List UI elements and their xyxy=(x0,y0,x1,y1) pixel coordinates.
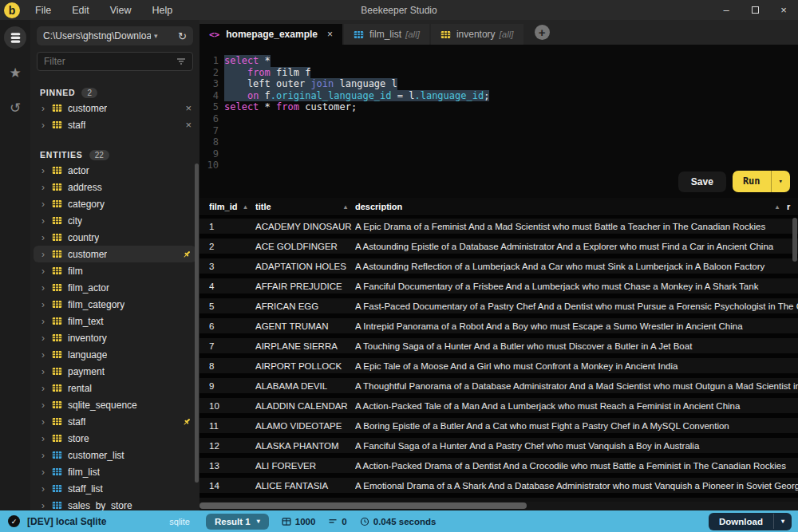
pinned-item-staff[interactable]: ›staff× xyxy=(30,116,200,133)
chevron-right-icon[interactable]: › xyxy=(41,249,52,260)
entity-item-city[interactable]: ›city xyxy=(30,212,200,229)
unpin-close-icon[interactable]: × xyxy=(185,119,192,131)
entity-item-film[interactable]: ›film xyxy=(30,262,200,279)
chevron-right-icon[interactable]: › xyxy=(41,165,52,176)
table-row[interactable]: 14ALICE FANTASIAA Emotional Drama of a A… xyxy=(200,475,798,495)
table-row[interactable]: 3ADAPTATION HOLESA Astounding Reflection… xyxy=(200,256,798,276)
tab-inventory[interactable]: inventory[all] xyxy=(431,24,523,45)
column-header-r[interactable]: r xyxy=(787,202,798,211)
minimize-button[interactable]: – xyxy=(712,4,741,16)
menu-edit[interactable]: Edit xyxy=(65,3,97,18)
entity-item-store[interactable]: ›store xyxy=(30,430,200,447)
entity-item-film_actor[interactable]: ›film_actor xyxy=(30,279,200,296)
results-scrollbar[interactable] xyxy=(792,218,797,262)
rail-favorites-button[interactable]: ★ xyxy=(4,61,26,84)
table-row[interactable]: 7AIRPLANE SIERRAA Touching Saga of a Hun… xyxy=(200,336,798,356)
entity-item-customer[interactable]: ›customer xyxy=(34,246,196,262)
table-row[interactable]: 8AIRPORT POLLOCKA Epic Tale of a Moose A… xyxy=(200,356,798,376)
chevron-right-icon[interactable]: › xyxy=(41,299,52,310)
run-button[interactable]: Run ▾ xyxy=(733,171,790,192)
filter-input[interactable] xyxy=(44,56,176,67)
maximize-button[interactable] xyxy=(741,4,769,16)
entity-item-customer_list[interactable]: ›customer_list xyxy=(30,447,200,463)
table-row[interactable]: 5AFRICAN EGGA Fast-Paced Documentary of … xyxy=(200,296,798,316)
new-tab-button[interactable]: + xyxy=(535,25,550,40)
chevron-right-icon[interactable]: › xyxy=(41,215,52,227)
table-row[interactable]: 2ACE GOLDFINGERA Astounding Epistle of a… xyxy=(200,236,798,256)
column-header-title[interactable]: title▴ xyxy=(255,202,355,211)
chevron-right-icon[interactable]: › xyxy=(41,400,52,411)
menu-view[interactable]: View xyxy=(103,3,139,18)
entity-item-language[interactable]: ›language xyxy=(30,346,200,363)
tab-close-icon[interactable]: × xyxy=(327,29,333,40)
result-selector[interactable]: Result 1 ▾ xyxy=(206,514,269,530)
download-label[interactable]: Download xyxy=(709,513,773,530)
table-row[interactable]: 15ALIEN CENTERA Brilliant Drama of a Cat… xyxy=(200,495,798,502)
chevron-right-icon[interactable]: › xyxy=(41,182,52,193)
run-label[interactable]: Run xyxy=(733,171,771,192)
download-button[interactable]: Download ▾ xyxy=(709,513,792,530)
chevron-right-icon[interactable]: › xyxy=(41,467,52,478)
chevron-right-icon[interactable]: › xyxy=(41,266,52,277)
close-button[interactable]: × xyxy=(769,4,798,16)
sort-arrow-icon[interactable]: ▴ xyxy=(243,203,247,211)
chevron-right-icon[interactable]: › xyxy=(41,199,52,210)
connection-status[interactable]: ✓ [DEV] local Sqlite sqlite xyxy=(0,515,200,527)
table-row[interactable]: 13ALI FOREVERA Action-Packed Drama of a … xyxy=(200,455,798,475)
chevron-right-icon[interactable]: › xyxy=(41,450,52,461)
table-row[interactable]: 10ALADDIN CALENDARA Action-Packed Tale o… xyxy=(200,396,798,416)
table-row[interactable]: 1ACADEMY DINOSAURA Epic Drama of a Femin… xyxy=(200,216,798,236)
filter-icon[interactable] xyxy=(176,57,186,66)
entity-item-payment[interactable]: ›payment xyxy=(30,363,200,380)
chevron-right-icon[interactable]: › xyxy=(41,120,52,131)
entity-item-country[interactable]: ›country xyxy=(30,229,200,246)
chevron-right-icon[interactable]: › xyxy=(41,383,52,394)
run-dropdown-caret[interactable]: ▾ xyxy=(771,171,790,192)
tab-film_list[interactable]: film_list[all] xyxy=(344,24,429,45)
entity-item-film_text[interactable]: ›film_text xyxy=(30,313,200,329)
chevron-right-icon[interactable]: › xyxy=(41,333,52,344)
table-row[interactable]: 4AFFAIR PREJUDICEA Fanciful Documentary … xyxy=(200,276,798,296)
refresh-icon[interactable]: ↻ xyxy=(178,30,187,42)
entity-item-category[interactable]: ›category xyxy=(30,195,200,212)
chevron-right-icon[interactable]: › xyxy=(41,416,52,428)
unpin-close-icon[interactable]: × xyxy=(185,102,192,114)
rail-history-button[interactable]: ↺ xyxy=(4,97,26,119)
sort-arrow-icon[interactable]: ▴ xyxy=(776,203,779,211)
table-row[interactable]: 6AGENT TRUMANA Intrepid Panorama of a Ro… xyxy=(200,316,798,336)
download-dropdown-caret[interactable]: ▾ xyxy=(773,514,792,529)
column-header-film_id[interactable]: film_id▴ xyxy=(209,202,255,211)
menu-file[interactable]: File xyxy=(28,3,58,18)
chevron-right-icon[interactable]: › xyxy=(41,103,52,114)
chevron-right-icon[interactable]: › xyxy=(41,433,52,444)
chevron-right-icon[interactable]: › xyxy=(41,316,52,327)
rail-tables-button[interactable] xyxy=(4,26,26,49)
table-row[interactable]: 11ALAMO VIDEOTAPEA Boring Epistle of a B… xyxy=(200,416,798,435)
pinned-item-customer[interactable]: ›customer× xyxy=(30,100,200,116)
horizontal-scrollbar-thumb[interactable] xyxy=(200,502,527,509)
chevron-right-icon[interactable]: › xyxy=(41,500,52,511)
entity-item-film_category[interactable]: ›film_category xyxy=(30,296,200,313)
entity-item-film_list[interactable]: ›film_list xyxy=(30,463,200,480)
column-header-description[interactable]: description▴ xyxy=(355,202,787,211)
entity-item-staff_list[interactable]: ›staff_list xyxy=(30,480,200,497)
chevron-right-icon[interactable]: › xyxy=(41,366,52,377)
tab-homepage_example[interactable]: <>homepage_example× xyxy=(200,24,342,45)
sort-arrow-icon[interactable]: ▴ xyxy=(344,203,347,211)
entity-item-actor[interactable]: ›actor xyxy=(30,162,200,179)
chevron-right-icon[interactable]: › xyxy=(41,232,52,243)
entity-item-sqlite_sequence[interactable]: ›sqlite_sequence xyxy=(30,396,200,413)
sidebar-scrollbar[interactable] xyxy=(195,164,199,483)
connection-selector[interactable]: C:\Users\ghstng\Downloads ▾ ↻ xyxy=(37,26,193,45)
entity-item-address[interactable]: ›address xyxy=(30,179,200,195)
entity-item-sales_by_store[interactable]: ›sales_by_store xyxy=(30,497,200,510)
horizontal-scrollbar[interactable] xyxy=(200,502,798,510)
sql-editor[interactable]: 12345678910 select * from film f left ou… xyxy=(200,45,798,198)
save-button[interactable]: Save xyxy=(678,171,726,192)
menu-help[interactable]: Help xyxy=(145,3,180,18)
entity-item-rental[interactable]: ›rental xyxy=(30,380,200,396)
chevron-right-icon[interactable]: › xyxy=(41,483,52,495)
chevron-right-icon[interactable]: › xyxy=(41,282,52,294)
entity-item-inventory[interactable]: ›inventory xyxy=(30,329,200,346)
entity-item-staff[interactable]: ›staff xyxy=(30,413,200,430)
